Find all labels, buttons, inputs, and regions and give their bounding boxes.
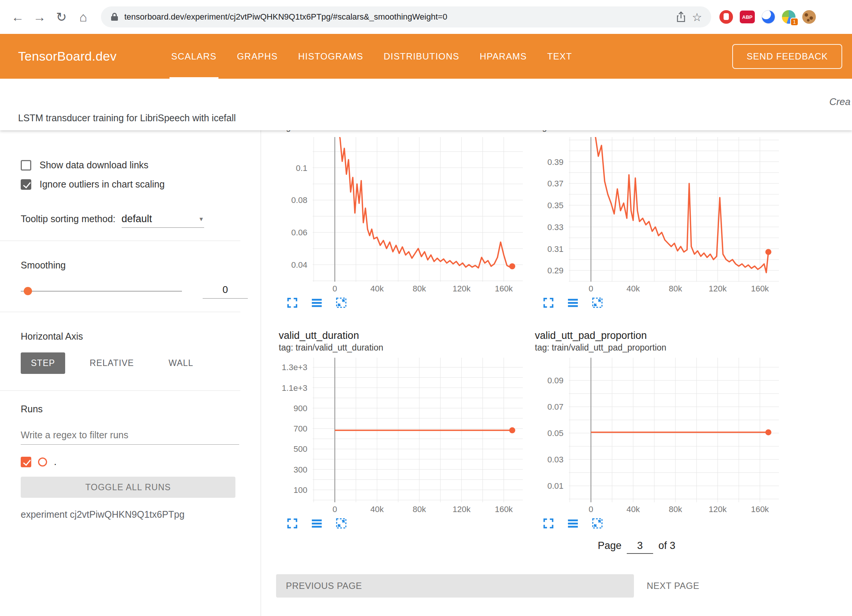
pie-extension-icon[interactable]: 1 [782, 10, 796, 24]
run-row[interactable]: . [21, 456, 261, 468]
fullscreen-icon[interactable] [286, 297, 298, 309]
next-page-button[interactable]: NEXT PAGE [647, 581, 699, 591]
bookmark-star-icon[interactable]: ☆ [692, 11, 702, 24]
fullscreen-icon[interactable] [286, 517, 298, 529]
page-total-label: of 3 [658, 540, 675, 552]
log-scale-icon[interactable] [311, 517, 323, 529]
axis-relative-button[interactable]: RELATIVE [79, 352, 144, 374]
fit-domain-icon[interactable] [335, 297, 347, 309]
axis-wall-button[interactable]: WALL [159, 352, 204, 374]
svg-text:100: 100 [293, 485, 307, 495]
nav-tabs: SCALARSGRAPHSHISTOGRAMSDISTRIBUTIONSHPAR… [161, 34, 582, 79]
chart-card: valid_utt_duration tag: train/valid_utt_… [279, 330, 524, 529]
run-name: . [54, 456, 56, 468]
log-scale-icon[interactable] [567, 297, 579, 309]
chart-card: tag: train/… 0.390.370.350.330.310.29040… [535, 130, 780, 309]
chart-card: tag: train/… 0.10.080.060.04040k80k120k1… [279, 130, 524, 309]
log-scale-icon[interactable] [567, 517, 579, 529]
svg-text:0.06: 0.06 [291, 228, 307, 237]
ignore-outliers-checkbox[interactable] [21, 179, 31, 190]
chart-row-bottom: valid_utt_duration tag: train/valid_utt_… [279, 330, 852, 529]
chart-tag: tag: train/valid_utt_duration [279, 343, 524, 354]
tab-graphs[interactable]: GRAPHS [227, 34, 288, 79]
pagination: Page of 3 [598, 540, 852, 554]
experiment-id-text: experiment cj2vtPiwQHKN9Q1tx6PTpg [21, 509, 261, 520]
svg-text:0.04: 0.04 [291, 260, 307, 270]
lock-icon [110, 12, 119, 21]
ignore-outliers-label: Ignore outliers in chart scaling [40, 179, 165, 190]
run-checkbox[interactable] [21, 457, 31, 467]
dropdown-arrow-icon: ▼ [198, 216, 204, 222]
tab-text[interactable]: TEXT [537, 34, 582, 79]
svg-text:0.01: 0.01 [547, 481, 563, 491]
tooltip-sorting-label: Tooltip sorting method: [21, 213, 116, 228]
charts-main: tag: train/… 0.10.080.060.04040k80k120k1… [261, 130, 852, 616]
page-number-input[interactable] [627, 540, 653, 554]
svg-text:0.31: 0.31 [547, 244, 563, 254]
tooltip-sorting-dropdown[interactable]: default ▼ [122, 213, 204, 228]
truncated-right-text[interactable]: Crea [829, 96, 850, 108]
abp-extension-icon[interactable]: ABP [740, 11, 755, 23]
app-logo[interactable]: TensorBoard.dev [18, 49, 117, 64]
fit-domain-icon[interactable] [591, 517, 603, 529]
home-icon[interactable]: ⌂ [73, 7, 93, 27]
svg-text:120k: 120k [453, 505, 471, 514]
send-feedback-button[interactable]: SEND FEEDBACK [732, 44, 842, 69]
svg-text:160k: 160k [495, 505, 513, 514]
tooltip-sorting-value: default [122, 213, 152, 225]
fit-domain-icon[interactable] [335, 517, 347, 529]
tab-histograms[interactable]: HISTOGRAMS [288, 34, 374, 79]
axis-step-button[interactable]: STEP [21, 352, 65, 374]
tooltip-sorting-row: Tooltip sorting method: default ▼ [21, 213, 261, 228]
url-text: tensorboard.dev/experiment/cj2vtPiwQHKN9… [124, 12, 670, 22]
show-download-links-checkbox[interactable] [21, 160, 31, 171]
svg-text:0.03: 0.03 [547, 455, 563, 464]
smoothing-row: 0 [21, 284, 261, 299]
previous-page-button[interactable]: PREVIOUS PAGE [276, 574, 634, 598]
smoothing-value-input[interactable]: 0 [203, 284, 248, 299]
fullscreen-icon[interactable] [542, 297, 554, 309]
chart-plot[interactable]: 0.390.370.350.330.310.29040k80k120k160k [535, 136, 780, 294]
svg-text:300: 300 [293, 465, 307, 474]
show-download-links-label: Show data download links [40, 160, 148, 171]
svg-text:40k: 40k [370, 284, 384, 293]
reload-icon[interactable]: ↻ [51, 7, 72, 27]
divider [0, 241, 240, 241]
svg-text:500: 500 [293, 444, 307, 454]
svg-text:0.05: 0.05 [547, 428, 563, 438]
url-bar[interactable]: tensorboard.dev/experiment/cj2vtPiwQHKN9… [101, 6, 711, 27]
chart-plot[interactable]: 0.10.080.060.04040k80k120k160k [279, 136, 524, 294]
forward-icon[interactable]: → [29, 7, 50, 27]
chart-plot[interactable]: 1.3e+31.1e+3900700500300100040k80k120k16… [279, 356, 524, 514]
tab-distributions[interactable]: DISTRIBUTIONS [373, 34, 469, 79]
share-icon[interactable] [675, 11, 687, 23]
runs-filter-input[interactable] [21, 428, 239, 445]
svg-text:1.3e+3: 1.3e+3 [282, 363, 307, 372]
svg-text:40k: 40k [626, 505, 640, 514]
toggle-all-runs-button[interactable]: TOGGLE ALL RUNS [21, 477, 235, 498]
smoothing-slider[interactable] [21, 284, 182, 299]
fit-domain-icon[interactable] [591, 297, 603, 309]
show-download-links-row[interactable]: Show data download links [21, 160, 261, 171]
log-scale-icon[interactable] [311, 297, 323, 309]
svg-text:0.33: 0.33 [547, 223, 563, 232]
chart-plot[interactable]: 0.090.070.050.030.01040k80k120k160k [535, 356, 780, 514]
svg-text:0.35: 0.35 [547, 201, 563, 210]
tab-hparams[interactable]: HPARAMS [469, 34, 537, 79]
svg-text:700: 700 [293, 424, 307, 433]
blue-extension-icon[interactable] [762, 10, 775, 24]
tab-scalars[interactable]: SCALARS [161, 34, 227, 79]
extensions-area: ABP 1 [719, 10, 816, 24]
svg-text:0: 0 [333, 284, 337, 293]
svg-text:0.07: 0.07 [547, 402, 563, 412]
slider-handle[interactable] [24, 287, 32, 295]
divider [0, 312, 240, 312]
cookie-icon[interactable] [802, 10, 816, 24]
settings-sidebar: Show data download links Ignore outliers… [0, 130, 261, 616]
svg-text:120k: 120k [709, 284, 727, 293]
ignore-outliers-row[interactable]: Ignore outliers in chart scaling [21, 179, 261, 190]
back-icon[interactable]: ← [8, 7, 28, 27]
svg-text:120k: 120k [453, 284, 471, 293]
adblock-extension-icon[interactable] [719, 10, 733, 24]
fullscreen-icon[interactable] [542, 517, 554, 529]
